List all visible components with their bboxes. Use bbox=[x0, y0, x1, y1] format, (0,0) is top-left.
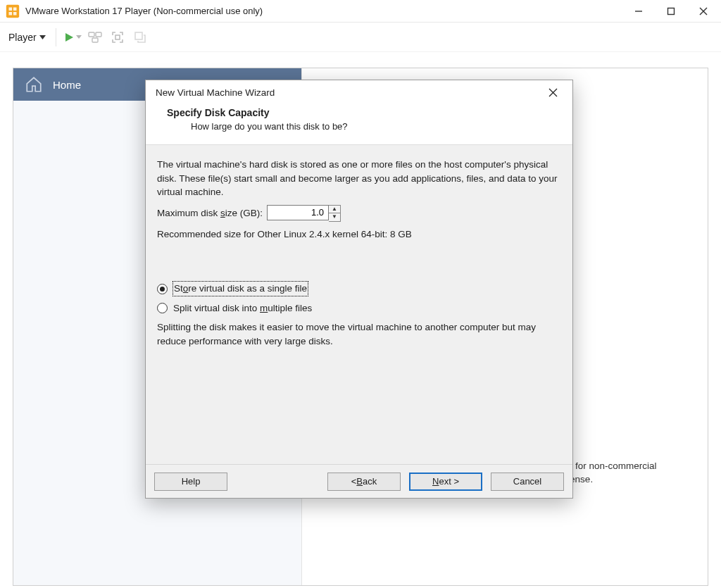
caret-down-icon bbox=[39, 35, 46, 39]
next-button[interactable]: Next > bbox=[409, 473, 482, 491]
dialog-title: New Virtual Machine Wizard bbox=[156, 87, 275, 98]
radio-single-file[interactable]: Store virtual disk as a single file bbox=[157, 282, 561, 296]
svg-rect-11 bbox=[115, 35, 120, 39]
disk-store-radio-group: Store virtual disk as a single file Spli… bbox=[157, 282, 561, 348]
app-icon bbox=[3, 1, 23, 21]
dialog-titlebar: New Virtual Machine Wizard bbox=[146, 80, 572, 104]
window-minimize-button[interactable] bbox=[622, 0, 655, 23]
toolbar: Player bbox=[0, 23, 721, 52]
dialog-body: The virtual machine's hard disk is store… bbox=[146, 145, 572, 464]
dialog-header-sub: How large do you want this disk to be? bbox=[191, 121, 551, 132]
home-icon bbox=[25, 75, 43, 94]
radio-single-label: Store virtual disk as a single file bbox=[173, 282, 308, 296]
window-titlebar: VMware Workstation 17 Player (Non-commer… bbox=[0, 0, 721, 23]
svg-rect-12 bbox=[135, 32, 142, 39]
player-menu[interactable]: Player bbox=[4, 30, 50, 44]
radio-icon bbox=[157, 284, 168, 294]
unity-button[interactable] bbox=[130, 27, 151, 48]
dialog-header-title: Specify Disk Capacity bbox=[167, 107, 551, 118]
disk-size-spinner[interactable]: ▲ ▼ bbox=[329, 205, 341, 222]
player-menu-label: Player bbox=[8, 32, 37, 43]
radio-icon bbox=[157, 303, 168, 313]
recommended-size: Recommended size for Other Linux 2.4.x k… bbox=[157, 227, 561, 242]
help-button[interactable]: Help bbox=[154, 473, 227, 491]
cancel-button[interactable]: Cancel bbox=[491, 473, 564, 491]
fullscreen-button[interactable] bbox=[107, 27, 128, 48]
svg-marker-6 bbox=[65, 33, 73, 42]
toolbar-divider bbox=[56, 28, 56, 46]
svg-rect-8 bbox=[89, 32, 94, 37]
sidebar-item-label: Home bbox=[53, 79, 81, 91]
play-button[interactable] bbox=[62, 27, 83, 48]
dialog-footer: Help < Back Next > Cancel bbox=[146, 464, 572, 498]
radio-split-label: Split virtual disk into multiple files bbox=[173, 301, 312, 315]
spinner-down-icon[interactable]: ▼ bbox=[329, 213, 340, 221]
radio-split-files[interactable]: Split virtual disk into multiple files bbox=[157, 301, 561, 315]
window-title: VMware Workstation 17 Player (Non-commer… bbox=[25, 6, 263, 16]
max-disk-input[interactable] bbox=[267, 205, 329, 220]
send-ctrl-alt-del-button[interactable] bbox=[84, 27, 106, 48]
svg-marker-5 bbox=[39, 35, 46, 39]
svg-rect-9 bbox=[96, 32, 101, 37]
svg-rect-10 bbox=[92, 38, 98, 42]
close-icon bbox=[548, 88, 558, 97]
svg-rect-0 bbox=[6, 4, 19, 17]
dialog-header: Specify Disk Capacity How large do you w… bbox=[146, 104, 572, 145]
svg-rect-2 bbox=[668, 8, 675, 14]
max-disk-label: Maximum disk size (GB): bbox=[157, 206, 263, 220]
spinner-up-icon[interactable]: ▲ bbox=[329, 206, 340, 213]
back-button[interactable]: < Back bbox=[327, 473, 401, 491]
window-maximize-button[interactable] bbox=[655, 0, 687, 23]
split-description: Splitting the disk makes it easier to mo… bbox=[157, 320, 546, 348]
svg-marker-7 bbox=[76, 35, 82, 39]
max-disk-row: Maximum disk size (GB): ▲ ▼ bbox=[157, 205, 561, 222]
caret-down-icon bbox=[76, 35, 82, 39]
window-close-button[interactable] bbox=[687, 0, 720, 23]
dialog-description: The virtual machine's hard disk is store… bbox=[157, 158, 561, 199]
dialog-close-button[interactable] bbox=[537, 82, 568, 102]
new-vm-wizard-dialog: New Virtual Machine Wizard Specify Disk … bbox=[145, 80, 573, 499]
